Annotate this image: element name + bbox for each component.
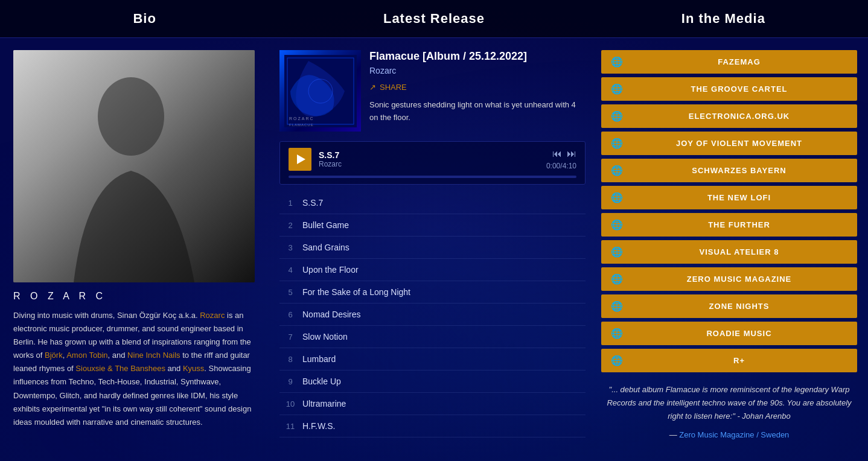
quote-section: "... debut album Flamacue is more remini… [601, 383, 857, 439]
track-name: Upon the Floor [298, 265, 582, 275]
album-cover: ROZARC FLAMACUE [279, 50, 361, 132]
bio-link[interactable]: Kyuss [183, 364, 204, 373]
quote-text: "... debut album Flamacue is more remini… [604, 383, 855, 423]
track-item[interactable]: 6 Nomad Desires [279, 304, 586, 326]
quote-source-prefix: — [669, 430, 680, 439]
media-link[interactable]: 🌐 THE NEW LOFI [601, 186, 857, 209]
track-number: 10 [283, 399, 298, 409]
album-info: Flamacue [Album / 25.12.2022] Rozarc ↗ S… [369, 50, 586, 132]
globe-icon: 🌐 [611, 110, 624, 122]
track-list: 1 S.S.7 2 Bullet Game 3 Sand Grains 4 Up… [279, 192, 586, 437]
media-link[interactable]: 🌐 SCHWARZES BAYERN [601, 159, 857, 182]
media-column: 🌐 FAZEMAG 🌐 THE GROOVE CARTEL 🌐 ELECTRON… [596, 50, 862, 439]
track-item[interactable]: 4 Upon the Floor [279, 259, 586, 281]
header-release: Latest Release [289, 11, 578, 27]
track-name: Bullet Game [298, 220, 582, 230]
media-link-label: ZERO MUSIC MAGAZINE [631, 275, 847, 284]
track-item[interactable]: 2 Bullet Game [279, 214, 586, 237]
svg-text:ROZARC: ROZARC [289, 116, 314, 121]
header-bio: Bio [0, 11, 289, 27]
skip-back-icon[interactable]: ⏮ [552, 148, 562, 159]
artist-name: R O Z A R C [13, 291, 261, 302]
track-item[interactable]: 11 H.F.W.S. [279, 415, 586, 437]
progress-bar[interactable] [289, 176, 576, 178]
bio-link[interactable]: Rozarc [200, 311, 225, 320]
track-number: 8 [283, 355, 298, 364]
media-link[interactable]: 🌐 ROADIE MUSIC [601, 322, 857, 345]
time-total: 4:10 [563, 162, 576, 170]
media-link-label: ELECTRONICA.ORG.UK [631, 112, 847, 121]
svg-point-1 [98, 77, 164, 156]
media-link-label: THE NEW LOFI [631, 193, 847, 202]
album-title: Flamacue [Album / 25.12.2022] [369, 50, 586, 63]
globe-icon: 🌐 [611, 273, 624, 285]
play-button[interactable] [289, 148, 311, 171]
globe-icon: 🌐 [611, 300, 624, 312]
media-nav-label: In the Media [681, 11, 765, 26]
track-name: Sand Grains [298, 243, 582, 252]
album-header: ROZARC FLAMACUE Flamacue [Album / 25.12.… [279, 50, 586, 132]
media-link-label: R+ [631, 356, 847, 365]
media-link-label: FAZEMAG [631, 57, 847, 66]
media-link[interactable]: 🌐 ELECTRONICA.ORG.UK [601, 104, 857, 128]
media-link[interactable]: 🌐 R+ [601, 349, 857, 372]
header: Bio Latest Release In the Media [0, 0, 868, 38]
skip-forward-icon[interactable]: ⏭ [567, 148, 576, 159]
track-item[interactable]: 7 Slow Notion [279, 326, 586, 348]
track-item[interactable]: 10 Ultramarine [279, 393, 586, 415]
share-icon: ↗ [369, 83, 376, 92]
globe-icon: 🌐 [611, 192, 624, 203]
bio-description: Diving into music with drums, Sinan Özgü… [13, 309, 261, 429]
share-button[interactable]: ↗ SHARE [369, 83, 407, 92]
bio-column: R O Z A R C Diving into music with drums… [6, 50, 269, 429]
globe-icon: 🌐 [611, 83, 624, 95]
globe-icon: 🌐 [611, 56, 624, 68]
track-item[interactable]: 1 S.S.7 [279, 192, 586, 214]
album-description: Sonic gestures shedding light on what is… [369, 99, 586, 124]
bio-link[interactable]: Siouxsie & The Banshees [75, 364, 165, 373]
track-item[interactable]: 9 Buckle Up [279, 370, 586, 393]
track-number: 1 [283, 199, 298, 208]
track-item[interactable]: 3 Sand Grains [279, 237, 586, 259]
track-item[interactable]: 8 Lumbard [279, 348, 586, 370]
track-number: 11 [283, 422, 298, 431]
bio-link[interactable]: Amon Tobin [66, 351, 107, 360]
media-link[interactable]: 🌐 THE FURTHER [601, 213, 857, 237]
bio-link[interactable]: Nine Inch Nails [127, 351, 180, 360]
track-item[interactable]: 5 For the Sake of a Long Night [279, 281, 586, 304]
share-label: SHARE [380, 83, 407, 92]
time-current: 0:00 [546, 162, 560, 170]
quote-source: — Zero Music Magazine / Sweden [604, 430, 855, 439]
track-name: S.S.7 [298, 198, 582, 208]
media-link[interactable]: 🌐 ZONE NIGHTS [601, 294, 857, 318]
media-link-label: VISUAL ATELIER 8 [631, 247, 847, 256]
play-icon [297, 154, 305, 164]
media-link[interactable]: 🌐 THE GROOVE CARTEL [601, 77, 857, 101]
media-link[interactable]: 🌐 ZERO MUSIC MAGAZINE [601, 267, 857, 291]
media-link-label: ROADIE MUSIC [631, 329, 847, 338]
media-link-label: SCHWARZES BAYERN [631, 166, 847, 175]
media-link[interactable]: 🌐 JOY OF VIOLENT MOVEMENT [601, 132, 857, 155]
player-track-info: S.S.7 Rozarc [319, 150, 539, 168]
bio-link[interactable]: Björk [45, 351, 63, 360]
track-number: 7 [283, 332, 298, 342]
media-link[interactable]: 🌐 FAZEMAG [601, 50, 857, 74]
quote-source-link[interactable]: Zero Music Magazine / Sweden [679, 430, 789, 439]
release-column: ROZARC FLAMACUE Flamacue [Album / 25.12.… [269, 50, 596, 437]
track-number: 4 [283, 265, 298, 275]
music-player: S.S.7 Rozarc ⏮ ⏭ 0:00/4:10 [279, 141, 586, 185]
globe-icon: 🌐 [611, 219, 624, 230]
track-name: Buckle Up [298, 377, 582, 386]
player-controls: ⏮ ⏭ [552, 148, 576, 159]
player-track-name: S.S.7 [319, 150, 539, 160]
media-link-label: THE GROOVE CARTEL [631, 84, 847, 94]
media-link[interactable]: 🌐 VISUAL ATELIER 8 [601, 240, 857, 264]
player-time: 0:00/4:10 [546, 162, 576, 170]
globe-icon: 🌐 [611, 138, 624, 149]
main-content: R O Z A R C Diving into music with drums… [0, 38, 868, 445]
track-number: 5 [283, 288, 298, 297]
release-nav-label: Latest Release [383, 11, 485, 26]
track-name: H.F.W.S. [298, 421, 582, 431]
track-number: 9 [283, 377, 298, 386]
album-artist: Rozarc [369, 66, 586, 75]
